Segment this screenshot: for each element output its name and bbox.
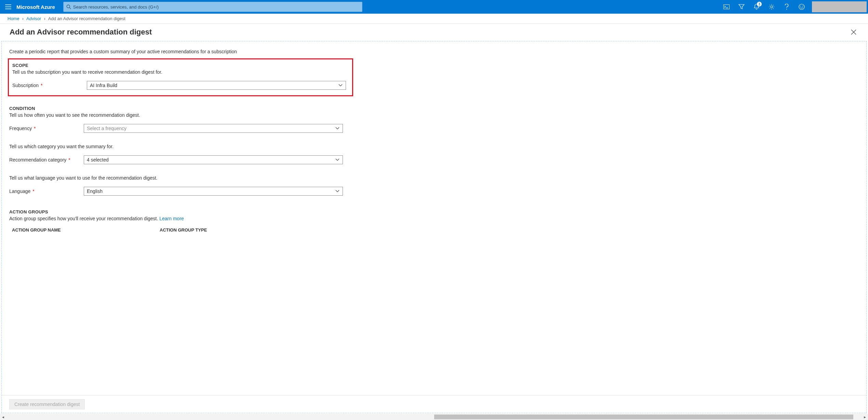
subscription-value: AI Infra Build [90,83,117,88]
scroll-thumb[interactable] [434,415,853,419]
help-button[interactable] [779,0,794,14]
category-value: 4 selected [87,157,109,163]
col-action-group-name: ACTION GROUP NAME [9,227,160,233]
settings-button[interactable] [764,0,779,14]
chevron-down-icon [335,126,340,131]
condition-title: CONDITION [9,106,859,111]
condition-desc-cat: Tell us which category you want the summ… [9,144,859,149]
action-groups-section: ACTION GROUPS Action group specifies how… [9,209,859,233]
hamburger-menu-button[interactable] [0,0,16,14]
scope-desc: Tell us the subscription you want to rec… [12,69,349,75]
cloud-shell-icon [723,4,730,9]
action-groups-desc: Action group specifies how you'll receiv… [9,216,859,221]
global-search[interactable] [63,2,362,12]
action-groups-desc-text: Action group specifies how you'll receiv… [9,216,159,221]
required-marker: * [39,83,42,88]
chevron-right-icon: › [22,16,24,21]
chevron-right-icon: › [44,16,45,21]
col-action-group-type: ACTION GROUP TYPE [160,227,859,233]
subscription-label-text: Subscription [12,83,39,88]
svg-point-3 [771,6,773,8]
language-field-row: Language * English [9,187,859,196]
frequency-field-row: Frequency * Select a frequency [9,124,859,133]
breadcrumb: Home › Advisor › Add an Advisor recommen… [0,14,868,24]
language-label: Language * [9,188,84,194]
category-label-text: Recommendation category [9,157,66,163]
search-icon [66,4,71,9]
feedback-button[interactable] [794,0,809,14]
footer-bar: Create recommendation digest [2,395,866,413]
chevron-down-icon [338,83,343,88]
language-label-text: Language [9,188,30,194]
subscription-label: Subscription * [12,83,87,88]
subscription-field-row: Subscription * AI Infra Build [12,81,349,90]
scope-title: SCOPE [12,63,349,68]
required-marker: * [67,157,70,163]
topbar-icons: 3 [719,0,868,14]
scroll-right-arrow[interactable]: ► [862,414,868,420]
help-icon [784,4,789,10]
create-recommendation-digest-button[interactable]: Create recommendation digest [9,399,85,409]
frequency-placeholder: Select a frequency [87,126,126,131]
svg-point-5 [799,4,804,10]
required-marker: * [31,188,34,194]
category-label: Recommendation category * [9,157,84,163]
horizontal-scrollbar[interactable]: ◄ ► [0,414,868,420]
brand-label[interactable]: Microsoft Azure [16,4,55,10]
subscription-select[interactable]: AI Infra Build [87,81,346,90]
svg-point-7 [802,6,803,6]
required-marker: * [32,126,36,131]
learn-more-link[interactable]: Learn more [159,216,184,221]
chevron-down-icon [335,188,340,194]
directory-filter-button[interactable] [734,0,749,14]
notification-badge: 3 [757,2,762,6]
chevron-down-icon [335,157,340,163]
close-blade-button[interactable] [849,27,858,37]
intro-text: Create a periodic report that provides a… [9,49,859,54]
category-select[interactable]: 4 selected [84,155,343,164]
frequency-label-text: Frequency [9,126,32,131]
svg-rect-2 [724,5,730,9]
scope-section-highlight: SCOPE Tell us the subscription you want … [8,58,353,96]
scroll-track[interactable] [6,414,862,420]
gear-icon [769,4,775,10]
content-scroll[interactable]: Create a periodic report that provides a… [2,41,866,413]
filter-icon [738,4,745,10]
svg-point-0 [67,5,70,8]
action-groups-title: ACTION GROUPS [9,209,859,214]
global-search-input[interactable] [73,4,359,10]
notifications-button[interactable]: 3 [749,0,764,14]
svg-point-4 [786,9,787,10]
action-groups-table-header: ACTION GROUP NAME ACTION GROUP TYPE [9,227,859,233]
frequency-label: Frequency * [9,126,84,131]
condition-desc-freq: Tell us how often you want to see the re… [9,112,859,118]
topbar: Microsoft Azure 3 [0,0,868,14]
language-value: English [87,188,103,194]
account-panel[interactable] [812,1,867,12]
smiley-icon [799,4,805,10]
close-icon [851,29,856,35]
frequency-select[interactable]: Select a frequency [84,124,343,133]
breadcrumb-current: Add an Advisor recommendation digest [48,16,125,21]
breadcrumb-advisor[interactable]: Advisor [26,16,41,21]
condition-section: CONDITION Tell us how often you want to … [9,106,859,196]
svg-line-1 [69,8,71,9]
content-panel: Create a periodic report that provides a… [1,41,867,413]
language-select[interactable]: English [84,187,343,196]
category-field-row: Recommendation category * 4 selected [9,155,859,164]
hamburger-icon [5,4,11,9]
condition-desc-lang: Tell us what language you want to use fo… [9,175,859,181]
page-title: Add an Advisor recommendation digest [10,28,849,37]
cloud-shell-button[interactable] [719,0,734,14]
breadcrumb-home[interactable]: Home [8,16,19,21]
page-header: Add an Advisor recommendation digest [0,24,868,41]
svg-point-6 [800,6,801,6]
scroll-left-arrow[interactable]: ◄ [0,414,6,420]
